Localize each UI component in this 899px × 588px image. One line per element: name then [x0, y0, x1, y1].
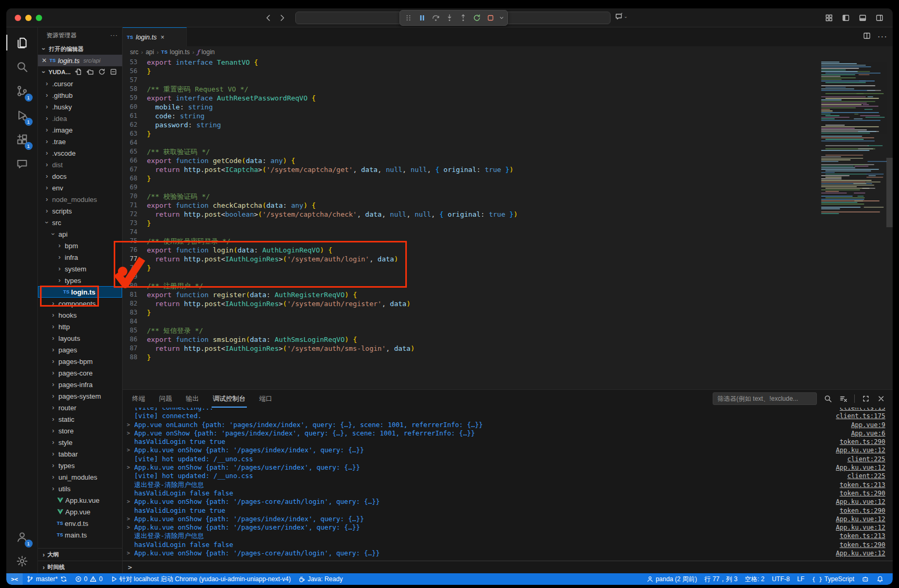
- minimap[interactable]: [821, 58, 886, 389]
- source-location-link[interactable]: App.ku.vue:12: [825, 515, 885, 523]
- debug-console-output[interactable]: [vite] connecting...client.ts:15[vite] c…: [123, 408, 893, 561]
- open-editor-item-login-ts[interactable]: ✕ TS login.ts src/api: [38, 55, 122, 66]
- tree-item--image[interactable]: ›.image: [38, 124, 122, 136]
- console-row[interactable]: hasValidLogin true truetoken.ts:290: [127, 438, 885, 446]
- tree-item-api[interactable]: ›api: [38, 228, 122, 240]
- tree-item-pages[interactable]: ›pages: [38, 344, 122, 356]
- tree-item-hooks[interactable]: ›hooks: [38, 309, 122, 321]
- status-copilot[interactable]: [858, 573, 873, 585]
- expand-chevron-icon[interactable]: >: [127, 498, 134, 506]
- tree-item--cursor[interactable]: ›.cursor: [38, 78, 122, 89]
- status-problems[interactable]: 00: [71, 573, 106, 585]
- tree-item-login-ts[interactable]: TSlogin.ts: [38, 286, 122, 298]
- activity-source-control-icon[interactable]: 1: [11, 79, 34, 103]
- outline-section[interactable]: › 大纲: [38, 548, 122, 561]
- tree-item-tabbar[interactable]: ›tabbar: [38, 448, 122, 460]
- console-row[interactable]: >App.vue onShow {path: 'pages/index/inde…: [127, 429, 885, 438]
- console-row[interactable]: >App.ku.vue onShow {path: '/pages-core/a…: [127, 498, 885, 506]
- console-row[interactable]: >App.ku.vue onShow {path: '/pages/user/i…: [127, 463, 885, 472]
- tree-item--husky[interactable]: ›.husky: [38, 101, 122, 113]
- tree-item-style[interactable]: ›style: [38, 437, 122, 448]
- source-location-link[interactable]: token.ts:290: [829, 506, 885, 515]
- tree-item-store[interactable]: ›store: [38, 425, 122, 437]
- console-row[interactable]: >App.ku.vue onShow {path: '/pages/user/i…: [127, 523, 885, 532]
- tree-item-scripts[interactable]: ›scripts: [38, 205, 122, 217]
- breadcrumb-item-login[interactable]: ƒlogin: [197, 48, 215, 56]
- new-folder-icon[interactable]: [86, 68, 94, 77]
- gripper-icon[interactable]: [402, 12, 415, 24]
- refresh-icon[interactable]: [98, 68, 106, 77]
- source-location-link[interactable]: client.ts:175: [825, 412, 885, 420]
- tree-item-layouts[interactable]: ›layouts: [38, 332, 122, 344]
- toggle-primary-sidebar-icon[interactable]: [840, 12, 852, 24]
- expand-chevron-icon[interactable]: >: [127, 421, 134, 429]
- step-into-icon[interactable]: [443, 12, 456, 24]
- console-row[interactable]: >App.ku.vue onShow {path: '/pages-core/a…: [127, 549, 885, 557]
- source-location-link[interactable]: client:225: [837, 455, 885, 463]
- activity-explorer-icon[interactable]: [11, 31, 34, 55]
- status-blame[interactable]: panda (2 周前): [643, 573, 701, 585]
- timeline-section[interactable]: › 时间线: [38, 561, 122, 573]
- tree-item-http[interactable]: ›http: [38, 321, 122, 332]
- tree-item-node-modules[interactable]: ›node_modules: [38, 194, 122, 205]
- split-editor-icon[interactable]: [863, 32, 871, 42]
- console-row[interactable]: >App.vue onLaunch {path: 'pages/index/in…: [127, 421, 885, 429]
- tree-item-pages-bpm[interactable]: ›pages-bpm: [38, 356, 122, 367]
- status-eol[interactable]: LF: [793, 573, 808, 585]
- breadcrumb-item-api[interactable]: api: [146, 48, 154, 56]
- console-row[interactable]: [vite] hot updated: /__uno.cssclient:225: [127, 472, 885, 480]
- tree-item-dist[interactable]: ›dist: [38, 159, 122, 170]
- sidebar-more-actions-icon[interactable]: ···: [111, 32, 118, 38]
- console-row[interactable]: >App.ku.vue onShow {path: '/pages/index/…: [127, 515, 885, 523]
- tree-item-main-ts[interactable]: TSmain.ts: [38, 529, 122, 541]
- source-location-link[interactable]: client:225: [837, 472, 885, 480]
- navigate-forward-button[interactable]: [276, 12, 288, 24]
- tree-item-uni-modules[interactable]: ›uni_modules: [38, 471, 122, 483]
- pause-icon[interactable]: [416, 12, 428, 24]
- source-location-link[interactable]: token.ts:213: [829, 532, 885, 540]
- source-location-link[interactable]: App.vue:9: [841, 421, 885, 429]
- tree-item-env-d-ts[interactable]: TSenv.d.ts: [38, 518, 122, 529]
- source-location-link[interactable]: App.ku.vue:12: [825, 549, 885, 557]
- console-row[interactable]: [vite] hot updated: /__uno.cssclient:225: [127, 455, 885, 463]
- tree-item-utils[interactable]: ›utils: [38, 483, 122, 494]
- clear-console-icon[interactable]: [839, 394, 847, 403]
- toggle-secondary-sidebar-icon[interactable]: [874, 12, 885, 24]
- chevron-down-icon[interactable]: [498, 12, 505, 24]
- status-encoding[interactable]: UTF-8: [768, 573, 793, 585]
- tree-item-components[interactable]: ›components: [38, 298, 122, 309]
- maximize-panel-icon[interactable]: [862, 394, 870, 403]
- project-root-header[interactable]: › YUDA...: [38, 66, 122, 78]
- step-over-icon[interactable]: [429, 12, 442, 24]
- source-location-link[interactable]: App.ku.vue:12: [825, 523, 885, 532]
- panel-tab-输出[interactable]: 输出: [186, 394, 199, 403]
- tree-item-types[interactable]: ›types: [38, 275, 122, 286]
- minimize-window-button[interactable]: [25, 15, 32, 21]
- activity-settings-icon[interactable]: [11, 549, 34, 573]
- expand-chevron-icon[interactable]: >: [127, 446, 134, 454]
- close-tab-icon[interactable]: ×: [159, 34, 166, 41]
- more-actions-icon[interactable]: ···: [877, 32, 887, 42]
- tree-item-types[interactable]: ›types: [38, 460, 122, 471]
- stop-icon[interactable]: [484, 12, 497, 24]
- collapse-all-icon[interactable]: [109, 68, 117, 77]
- console-row[interactable]: hasValidLogin true truetoken.ts:290: [127, 506, 885, 515]
- new-file-icon[interactable]: [75, 68, 83, 77]
- code-editor[interactable]: 53export interface TenantVO {56}5758/** …: [123, 58, 893, 389]
- source-location-link[interactable]: token.ts:213: [829, 481, 885, 489]
- console-row[interactable]: hasValidLogin false falsetoken.ts:290: [127, 489, 885, 498]
- search-icon[interactable]: [824, 394, 832, 403]
- panel-tab-调试控制台[interactable]: 调试控制台: [213, 394, 246, 403]
- restart-icon[interactable]: [471, 12, 483, 24]
- status-branch[interactable]: master*: [23, 573, 71, 585]
- console-row[interactable]: 退出登录-清除用户信息token.ts:213: [127, 532, 885, 540]
- customize-layout-icon[interactable]: [823, 12, 835, 24]
- tree-item-pages-infra[interactable]: ›pages-infra: [38, 379, 122, 390]
- status-language[interactable]: { }TypeScript: [808, 573, 858, 585]
- source-location-link[interactable]: token.ts:290: [829, 438, 885, 446]
- status-debug-launch[interactable]: 针对 localhost 启动 Chrome (yudao-ui-admin-u…: [106, 573, 294, 585]
- expand-chevron-icon[interactable]: >: [127, 429, 134, 438]
- activity-extensions-icon[interactable]: 1: [11, 127, 34, 151]
- tree-item--idea[interactable]: ›.idea: [38, 113, 122, 124]
- activity-chat-icon[interactable]: [11, 151, 34, 176]
